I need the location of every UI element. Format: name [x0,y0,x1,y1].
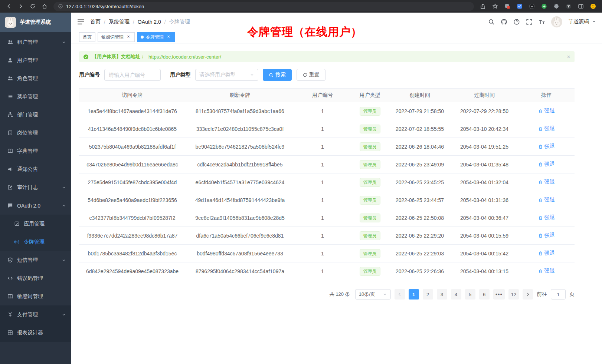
sidebar-item-error-code[interactable]: 错误码管理 [0,269,71,287]
sidebar-item-label: 短信管理 [17,257,38,264]
reload-icon[interactable] [28,2,37,11]
sidebar-item-pay[interactable]: 支付管理 [0,305,71,324]
share-icon[interactable] [478,2,487,11]
created-time-cell: 2022-06-26 18:04:46 [389,138,451,156]
prev-page-button[interactable] [395,289,405,300]
force-logout-button[interactable]: 强退 [538,179,555,185]
alert-text: 【用户体系】文档地址： [92,53,145,60]
access-token-cell: f9336e7c7dd242a283ee98dc86b17a87 [79,227,186,245]
sidebar-item-menu[interactable]: 菜单管理 [0,87,71,106]
chevron-down-icon [62,185,66,190]
tab-home[interactable]: 首页 [79,32,95,42]
page-button-3[interactable]: 3 [437,289,447,300]
tab-sensitive-word[interactable]: 敏感词管理× [98,32,135,42]
access-token-cell: c347026e805e4d99b0d116eae66eda8c [79,156,186,173]
ext-blue-icon[interactable] [515,2,524,11]
force-logout-button[interactable]: 强退 [538,161,555,168]
ext-green-icon[interactable] [540,2,549,11]
github-icon[interactable] [501,19,507,25]
edit-icon [7,185,13,190]
sidebar-item-post[interactable]: 岗位管理 [0,124,71,142]
sidebar-item-notice[interactable]: 通知公告 [0,160,71,178]
force-logout-button[interactable]: 强退 [538,125,555,132]
question-icon[interactable] [513,19,520,25]
page-button-1[interactable]: 1 [409,289,419,300]
goto-page-input[interactable] [551,289,566,300]
force-logout-button[interactable]: 强退 [538,107,555,114]
ext-puzzle-icon[interactable] [552,2,561,11]
force-logout-button[interactable]: 强退 [538,250,555,257]
sidebar-item-oauth2[interactable]: OAuth 2.0 [0,196,71,215]
column-header: 用户编号 [294,89,351,102]
user-id-cell: 1 [294,209,351,227]
user-type-placeholder: 请选择用户类型 [199,72,236,78]
fullscreen-icon[interactable] [526,19,533,25]
font-size-icon[interactable] [539,19,545,25]
site-info-icon[interactable] [58,4,63,9]
user-id-cell: 1 [294,173,351,191]
force-logout-button[interactable]: 强退 [538,268,555,274]
star-icon[interactable] [491,2,500,11]
ext-dark-icon[interactable] [527,2,536,11]
user-type-select[interactable]: 请选择用户类型 [195,69,258,81]
user-type-badge: 管理员 [360,267,380,276]
sidebar-item-sensitive-word[interactable]: 敏感词管理 [0,287,71,305]
more-pages-button[interactable]: ●●● [493,289,505,300]
breadcrumb-item[interactable]: 系统管理 [109,19,130,25]
tab-token[interactable]: 令牌管理× [137,32,175,42]
back-icon[interactable] [4,2,13,11]
sidebar-item-dict[interactable]: 字典管理 [0,142,71,160]
browser-chrome: 127.0.0.1:1024/system/oauth2/token [0,0,602,13]
doc-link[interactable]: https://doc.iocoder.cn/user-center/ [148,54,221,60]
force-logout-button[interactable]: 强退 [538,214,555,221]
page-button-12[interactable]: 12 [508,289,519,300]
chevron-up-icon [62,203,66,208]
search-button[interactable]: 搜索 [263,69,292,81]
sidebar-item-user[interactable]: 用户管理 [0,51,71,69]
page-button-5[interactable]: 5 [465,289,475,300]
user-avatar[interactable] [551,16,562,27]
sidebar-item-sms[interactable]: 短信管理 [0,251,71,269]
page-button-4[interactable]: 4 [451,289,461,300]
username[interactable]: 芋道源码 [568,19,589,25]
user-id-cell: 1 [294,245,351,262]
close-icon[interactable]: × [126,34,131,40]
goto-label: 前往 [537,291,547,298]
caret-down-icon[interactable] [592,20,596,24]
ext-badge-icon[interactable] [503,2,512,11]
created-time-cell: 2022-06-25 22:29:20 [389,227,451,245]
ext-paw-icon[interactable] [564,2,573,11]
page-size-select[interactable]: 10条/页 [355,289,391,300]
sidebar-item-label: 通知公告 [17,166,38,173]
panel-icon[interactable] [576,2,585,11]
search-icon[interactable] [488,19,495,25]
breadcrumb-item[interactable]: 首页 [90,19,101,25]
breadcrumb-item[interactable]: OAuth 2.0 [138,19,161,25]
force-logout-button[interactable]: 强退 [538,232,555,239]
sidebar-toggle-icon[interactable] [77,19,85,25]
page-button-6[interactable]: 6 [479,289,490,300]
force-logout-button[interactable]: 强退 [538,143,555,150]
user-type-badge: 管理员 [360,214,380,222]
sidebar-item-tenant[interactable]: 租户管理 [0,33,71,51]
expire-time-cell: 2054-03-04 01:31:36 [451,191,518,209]
sidebar-item-dept[interactable]: 部门管理 [0,106,71,124]
force-logout-button[interactable]: 强退 [538,196,555,203]
close-icon[interactable]: × [567,54,570,60]
sidebar-item-oauth2-app[interactable]: 应用管理 [0,215,71,233]
sidebar-item-oauth2-token[interactable]: 令牌管理 [0,233,71,251]
next-page-button[interactable] [523,289,533,300]
reset-button[interactable]: 重置 [297,69,325,81]
app-logo[interactable]: 芋道管理系统 [0,13,71,32]
address-bar[interactable]: 127.0.0.1:1024/system/oauth2/token [53,2,474,11]
sidebar-item-role[interactable]: 角色管理 [0,69,71,87]
avatar-smiley-icon[interactable] [589,2,598,11]
forward-icon[interactable] [16,2,25,11]
page-button-2[interactable]: 2 [423,289,433,300]
user-id-input[interactable] [104,69,161,81]
close-icon[interactable]: × [166,34,171,40]
sidebar-item-report-designer[interactable]: 报表设计器 [0,324,71,342]
home-icon[interactable] [40,2,49,11]
sidebar: 芋道管理系统 租户管理用户管理角色管理菜单管理部门管理岗位管理字典管理通知公告审… [0,13,71,364]
sidebar-item-audit-log[interactable]: 审计日志 [0,178,71,196]
